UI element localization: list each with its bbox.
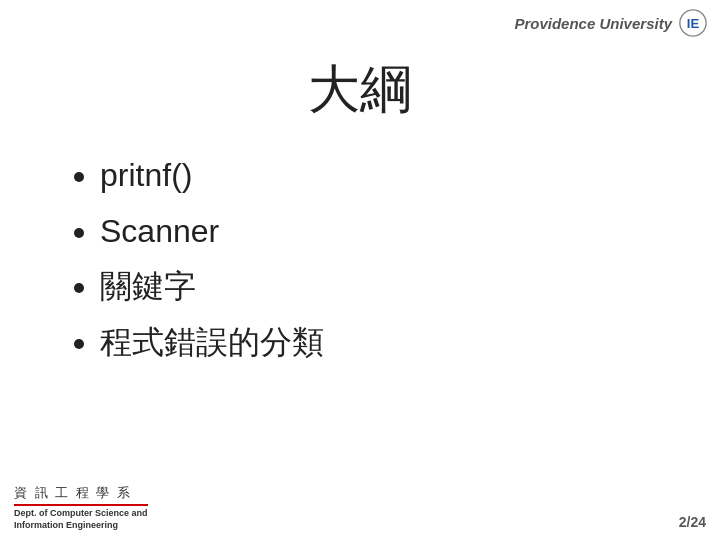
list-item: 程式錯誤的分類	[100, 322, 720, 364]
footer: 資 訊 工 程 學 系 Dept. of Computer Science an…	[0, 476, 720, 540]
list-item: Scanner	[100, 211, 720, 253]
page-title: 大綱	[0, 55, 720, 125]
department-info: 資 訊 工 程 學 系 Dept. of Computer Science an…	[14, 484, 148, 530]
bullet-list: pritnf() Scanner 關鍵字 程式錯誤的分類	[100, 155, 720, 363]
svg-text:IE: IE	[687, 16, 700, 31]
list-item: 關鍵字	[100, 266, 720, 308]
dept-chinese-name: 資 訊 工 程 學 系	[14, 484, 148, 506]
header: Providence University IE	[502, 0, 720, 46]
page-number: 2/24	[679, 514, 706, 530]
dept-english-line2: Information Engineering	[14, 520, 148, 530]
university-name: Providence University	[514, 15, 672, 32]
dept-english-line1: Dept. of Computer Science and	[14, 508, 148, 518]
list-item: pritnf()	[100, 155, 720, 197]
ie-logo-icon: IE	[678, 8, 708, 38]
